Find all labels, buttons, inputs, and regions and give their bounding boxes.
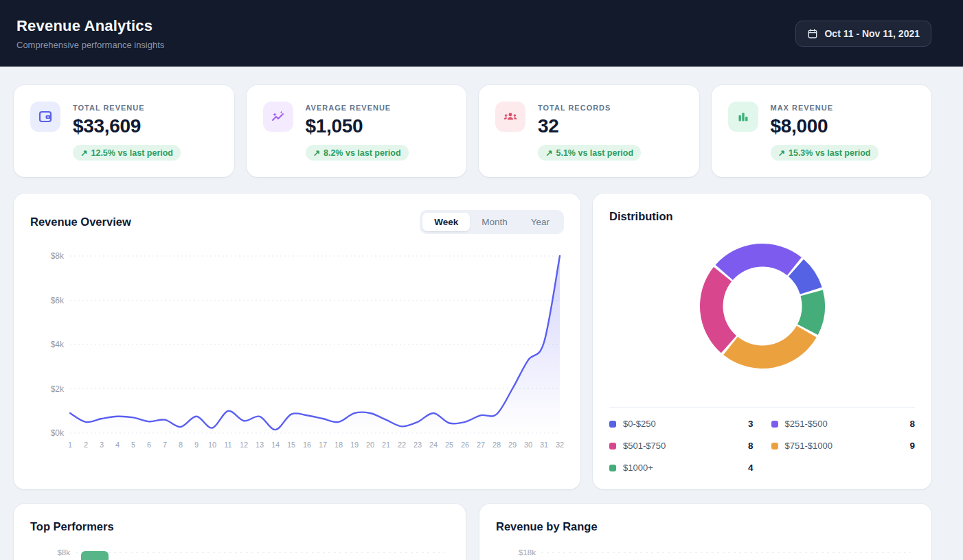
revenue-overview-card: Revenue Overview Week Month Year $0k$2k$… [14,194,580,489]
kpi-label: TOTAL REVENUE [73,104,181,112]
kpi-change-text: 15.3% vs last period [789,148,871,158]
legend-item: $751-$10009 [771,441,916,451]
distribution-card: Distribution $0-$2503$251-$5008$501-$750… [593,194,931,489]
x-axis-tick: 26 [461,441,469,449]
x-axis-tick: 7 [163,441,167,449]
x-axis-tick: 18 [335,441,343,449]
x-axis-tick: 25 [445,441,453,449]
x-axis-tick: 20 [366,441,374,449]
sparkline-icon [263,102,293,132]
x-axis-tick: 16 [303,441,311,449]
kpi-card-average-revenue: AVERAGE REVENUE $1,050 ↗ 8.2% vs last pe… [247,85,467,177]
date-range-button[interactable]: Oct 11 - Nov 11, 2021 [795,21,931,47]
kpi-body: TOTAL REVENUE $33,609 ↗ 12.5% vs last pe… [73,102,181,161]
x-axis-tick: 28 [492,441,501,449]
trend-up-icon: ↗ [545,148,552,158]
x-axis-tick: 15 [287,441,295,449]
revenue-overview-title: Revenue Overview [30,215,131,229]
legend-item: $251-$5008 [771,419,916,429]
header: Revenue Analytics Comprehensive performa… [0,0,963,67]
x-axis-tick: 1 [68,441,72,449]
legend-value: 8 [748,441,754,451]
kpi-label: AVERAGE REVENUE [306,104,409,112]
header-titles: Revenue Analytics Comprehensive performa… [16,17,164,50]
x-axis-tick: 30 [524,441,532,449]
users-icon [495,102,525,132]
kpi-change-badge: ↗ 15.3% vs last period [771,145,879,161]
x-axis-tick: 13 [256,441,264,449]
legend-label: $0-$250 [623,419,656,429]
legend-label: $501-$750 [623,441,666,451]
legend-value: 4 [748,463,754,473]
legend-value: 9 [909,441,915,451]
legend-swatch [609,443,616,450]
bottom-charts-row: Top Performers $8k Revenue by Range $18k [14,504,931,560]
kpi-change-text: 12.5% vs last period [91,148,173,158]
x-axis-tick: 6 [147,441,151,449]
x-axis-tick: 5 [131,441,135,449]
period-tabs: Week Month Year [420,210,564,234]
kpi-label: TOTAL RECORDS [538,104,641,112]
legend-swatch [609,465,616,471]
revenue-by-range-card: Revenue by Range $18k [479,504,931,560]
legend-swatch [771,443,778,450]
x-axis-tick: 8 [179,441,183,449]
top-performers-chart: $8k [30,544,449,560]
trend-up-icon: ↗ [80,148,87,158]
kpi-body: TOTAL RECORDS 32 ↗ 5.1% vs last period [538,102,641,161]
y-axis-tick: $4k [51,340,65,349]
bar-chart-icon [728,102,758,132]
kpi-cards: TOTAL REVENUE $33,609 ↗ 12.5% vs last pe… [14,85,931,177]
tab-week[interactable]: Week [422,213,470,231]
donut-segment [700,267,736,353]
legend-value: 8 [909,419,915,429]
y-axis-tick: $2k [51,384,65,394]
y-axis-tick: $0k [51,428,65,438]
y-axis-tick: $6k [51,296,65,305]
tab-month[interactable]: Month [470,213,519,231]
legend-swatch [609,421,616,428]
legend-label: $251-$500 [785,419,828,429]
legend-label: $751-$1000 [785,441,832,451]
legend-item: $1000+4 [609,463,754,473]
kpi-change-badge: ↗ 12.5% vs last period [73,145,181,161]
x-axis-tick: 10 [208,441,216,449]
date-range-label: Oct 11 - Nov 11, 2021 [824,28,920,39]
x-axis-tick: 19 [350,441,359,449]
kpi-value: $1,050 [306,115,409,137]
kpi-card-max-revenue: MAX REVENUE $8,000 ↗ 15.3% vs last perio… [712,85,932,177]
x-axis-tick: 22 [398,441,406,449]
top-performers-card: Top Performers $8k [14,504,466,560]
legend-item: $501-$7508 [609,441,754,451]
trend-up-icon: ↗ [778,148,785,158]
kpi-change-badge: ↗ 5.1% vs last period [538,145,641,161]
kpi-card-total-records: TOTAL RECORDS 32 ↗ 5.1% vs last period [479,85,699,177]
bar [81,551,109,560]
kpi-change-badge: ↗ 8.2% vs last period [306,145,409,161]
kpi-value: 32 [538,115,641,137]
x-axis-tick: 31 [540,441,548,449]
x-axis-tick: 12 [240,441,248,449]
x-axis-tick: 4 [115,441,120,449]
tab-year[interactable]: Year [519,213,561,231]
distribution-title: Distribution [609,210,915,223]
kpi-body: AVERAGE REVENUE $1,050 ↗ 8.2% vs last pe… [306,102,409,161]
legend-value: 3 [748,419,754,429]
x-axis-tick: 32 [556,441,564,449]
x-axis-tick: 29 [508,441,517,449]
revenue-overview-header: Revenue Overview Week Month Year [30,210,564,234]
x-axis-tick: 23 [413,441,422,449]
calendar-icon [807,28,818,39]
kpi-card-total-revenue: TOTAL REVENUE $33,609 ↗ 12.5% vs last pe… [14,85,234,177]
donut-segment [723,326,817,369]
x-axis-tick: 14 [271,441,280,449]
legend-item: $0-$2503 [609,419,754,429]
legend-label: $1000+ [623,463,653,473]
revenue-line-chart: $0k$2k$4k$6k$8k1234567891011121314151617… [30,246,564,452]
x-axis-tick: 24 [429,441,438,449]
donut-wrap [609,241,915,371]
x-axis-tick: 9 [194,441,199,449]
x-axis-tick: 21 [382,441,390,449]
revenue-line [70,256,560,430]
x-axis-tick: 17 [319,441,327,449]
